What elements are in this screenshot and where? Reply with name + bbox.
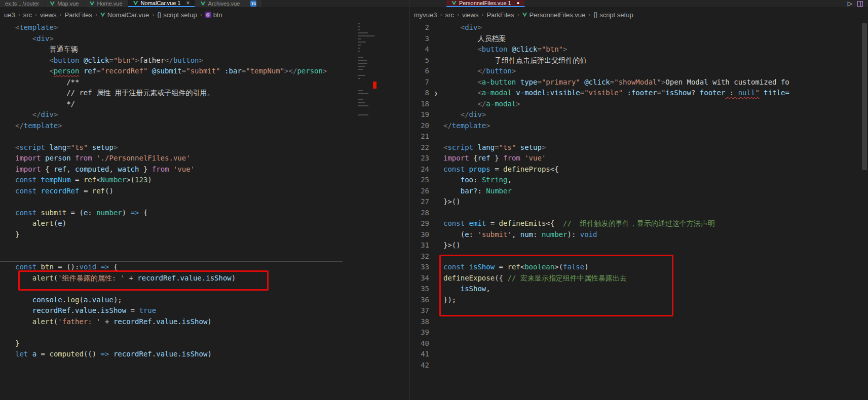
minimap-line: [358, 69, 363, 70]
code-line[interactable]: 3 人员档案: [410, 33, 861, 45]
code-line[interactable]: 2 <div>: [410, 22, 861, 33]
code-area-left[interactable]: <template> <div> 普通车辆 <button @click="bt…: [0, 22, 359, 400]
vue-icon: [522, 13, 527, 17]
code-line[interactable]: 41: [410, 349, 861, 360]
tab-ex-ts-router[interactable]: ex.ts ...\router: [0, 0, 45, 7]
code-line[interactable]: 39: [410, 327, 861, 338]
run-icon[interactable]: ▷: [848, 1, 852, 7]
code-line[interactable]: [15, 196, 359, 208]
code-line[interactable]: import person from './PersonnelFiles.vue…: [15, 153, 359, 164]
code-line[interactable]: 31 }>(): [410, 240, 861, 251]
code-line[interactable]: <person ref="recordRef" @submit="submit"…: [15, 66, 359, 77]
code-line[interactable]: <button @click="btn">father</button>: [15, 55, 359, 66]
code-line[interactable]: 24 const props = defineProps<{: [410, 164, 861, 175]
code-line[interactable]: 8❯ <a-modal v-model:visible="visible" :f…: [410, 88, 861, 99]
code-line[interactable]: 4 <button @click="btn">: [410, 44, 861, 55]
code-line[interactable]: 40: [410, 338, 861, 349]
code-line[interactable]: [15, 284, 359, 295]
code-line[interactable]: recordRef.value.isShow = true: [15, 305, 359, 316]
code-line[interactable]: 21: [410, 131, 861, 142]
code-line[interactable]: 32: [410, 251, 861, 262]
tab-personnelfiles-vue-1[interactable]: PersonnelFiles.vue 1●: [446, 0, 525, 7]
code-line[interactable]: 29 const emit = defineEmits<{ // 组件触发的事件…: [410, 218, 861, 229]
tab-map-vue[interactable]: Map.vue: [45, 0, 84, 7]
scrollbar[interactable]: [861, 22, 868, 400]
breadcrumb-item-script-setup[interactable]: {}script setup: [157, 11, 197, 19]
split-editor-icon[interactable]: [857, 1, 863, 7]
breadcrumb-item-src[interactable]: src: [445, 11, 454, 19]
code-line[interactable]: }: [15, 338, 359, 349]
code-line[interactable]: 42: [410, 360, 861, 371]
code-line[interactable]: console.log(a.value);: [15, 295, 359, 306]
code-line[interactable]: 23 import {ref } from 'vue': [410, 153, 861, 164]
breadcrumb-item-src[interactable]: src: [23, 11, 32, 19]
code-line[interactable]: 普通车辆: [15, 44, 359, 55]
line-number: 6: [410, 66, 434, 77]
code-line[interactable]: }: [15, 229, 359, 241]
breadcrumb-item-ue3[interactable]: ue3: [4, 11, 15, 19]
minimap[interactable]: [358, 23, 376, 117]
scrollbar-thumb[interactable]: [862, 23, 867, 170]
code-line[interactable]: alert('father: ' + recordRef.value.isSho…: [15, 316, 359, 328]
tab-ts[interactable]: TS: [245, 0, 262, 7]
code-line[interactable]: const btn = ():void => {: [15, 262, 359, 273]
code-line[interactable]: 34 defineExpose({ // 宏来显示指定组件中属性暴露出去: [410, 273, 861, 284]
tab-nomalcar-vue-1[interactable]: NomalCar.vue 1×: [128, 0, 196, 7]
code-line[interactable]: 36 });: [410, 295, 861, 306]
code-line[interactable]: 18 </a-modal>: [410, 99, 861, 110]
code-line[interactable]: 35 isShow,: [410, 284, 861, 295]
fold-spacer: [434, 241, 443, 252]
chevron-right-icon: ›: [60, 11, 62, 18]
tab-archives-vue[interactable]: Archives.vue: [195, 0, 245, 7]
code-text: import person from './PersonnelFiles.vue…: [15, 154, 191, 162]
breadcrumb-label: script setup: [599, 11, 633, 19]
breadcrumb-item-views[interactable]: views: [462, 11, 479, 19]
breadcrumb-item-btn[interactable]: @btn: [205, 11, 222, 19]
code-line[interactable]: 5 子组件点击后弹出父组件的值: [410, 55, 861, 66]
code-line[interactable]: 33 const isShow = ref<boolean>(false): [410, 262, 861, 273]
code-line[interactable]: 19 </div>: [410, 109, 861, 121]
code-line[interactable]: const submit = (e: number) => {: [15, 208, 359, 219]
code-line[interactable]: <div>: [15, 33, 359, 45]
fold-spacer: [434, 361, 443, 372]
code-area-right[interactable]: 2 <div>3 人员档案4 <button @click="btn">5 子组…: [410, 22, 861, 400]
code-line[interactable]: </template>: [15, 121, 359, 132]
code-line[interactable]: [15, 327, 359, 338]
code-line[interactable]: 7 <a-button type="primary" @click="showM…: [410, 77, 861, 88]
code-line[interactable]: </div>: [15, 109, 359, 121]
code-line[interactable]: */: [15, 99, 359, 110]
code-line[interactable]: 26 bar?: Number: [410, 186, 861, 197]
code-line[interactable]: 20 </template>: [410, 121, 861, 132]
code-line[interactable]: [15, 251, 359, 262]
breadcrumb-item-views[interactable]: views: [40, 11, 57, 19]
code-line[interactable]: const tempNum = ref<Number>(123): [15, 175, 359, 186]
tab-home-vue[interactable]: Home.vue: [84, 0, 128, 7]
breadcrumb-item-personnelfiles-vue[interactable]: PersonnelFiles.vue: [522, 11, 586, 19]
code-line[interactable]: const recordRef = ref(): [15, 186, 359, 197]
code-line[interactable]: alert(e): [15, 218, 359, 229]
code-line[interactable]: [15, 131, 359, 142]
code-line[interactable]: alert('组件暴露的属性: ' + recordRef.value.isSh…: [15, 273, 359, 284]
breadcrumb-item-nomalcar-vue[interactable]: NomalCar.vue: [100, 11, 149, 19]
code-line[interactable]: let a = computed(() => recordRef.value.i…: [15, 349, 359, 360]
code-line[interactable]: 28: [410, 208, 861, 219]
code-line[interactable]: // ref 属性 用于注册元素或子组件的引用。: [15, 88, 359, 99]
fold-collapsed-icon[interactable]: ❯: [434, 88, 443, 99]
code-line[interactable]: 30 (e: 'submit', num: number): void: [410, 229, 861, 241]
code-line[interactable]: 6 </button>: [410, 66, 861, 77]
close-icon[interactable]: ×: [186, 0, 190, 7]
code-line[interactable]: 27 }>(): [410, 196, 861, 208]
breadcrumb-item-myvue3[interactable]: myvue3: [414, 11, 437, 19]
breadcrumb-item-script-setup[interactable]: {}script setup: [593, 11, 633, 19]
code-line[interactable]: <script lang="ts" setup>: [15, 142, 359, 153]
code-line[interactable]: 25 foo: String,: [410, 175, 861, 186]
code-line[interactable]: <template>: [15, 22, 359, 33]
code-line[interactable]: import { ref, computed, watch } from 'vu…: [15, 164, 359, 175]
code-line[interactable]: 38: [410, 316, 861, 328]
code-line[interactable]: 22 <script lang="ts" setup>: [410, 142, 861, 153]
code-line[interactable]: /**: [15, 77, 359, 88]
code-line[interactable]: 37: [410, 305, 861, 316]
breadcrumb-item-parkfiles[interactable]: ParkFiles: [65, 11, 92, 19]
code-line[interactable]: [15, 240, 359, 251]
breadcrumb-item-parkfiles[interactable]: ParkFiles: [486, 11, 514, 19]
